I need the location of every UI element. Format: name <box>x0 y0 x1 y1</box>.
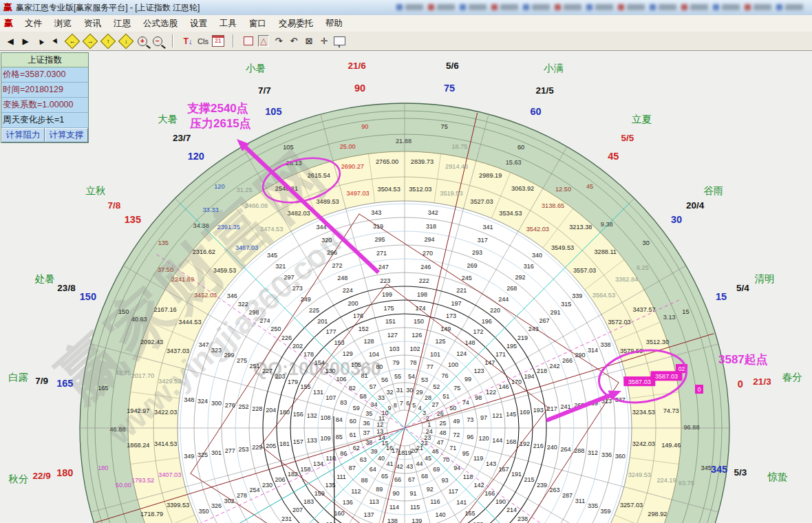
svg-text:120: 120 <box>188 151 204 162</box>
svg-text:277: 277 <box>225 447 235 454</box>
svg-text:194: 194 <box>524 373 535 380</box>
svg-text:3587起点: 3587起点 <box>718 353 768 366</box>
svg-text:3504.53: 3504.53 <box>378 186 400 193</box>
rotate-ccw-icon[interactable]: ↶ <box>287 34 301 48</box>
svg-text:3587.03: 3587.03 <box>655 373 678 380</box>
svg-text:105: 105 <box>351 361 361 368</box>
svg-text:180: 180 <box>279 409 290 416</box>
triangle-tool-icon[interactable]: △ <box>257 34 270 48</box>
calendar-icon[interactable]: 21 <box>211 34 225 48</box>
svg-text:38: 38 <box>365 439 372 446</box>
menu-item-1[interactable]: 浏览 <box>48 18 78 30</box>
svg-text:143: 143 <box>486 460 496 467</box>
svg-text:77: 77 <box>427 363 434 370</box>
rotate-cw-icon[interactable]: ↷ <box>272 34 286 48</box>
menu-item-3[interactable]: 江恩 <box>107 18 137 30</box>
svg-text:127: 127 <box>387 332 398 339</box>
svg-text:33.33: 33.33 <box>203 206 219 213</box>
svg-text:169: 169 <box>520 409 530 416</box>
board-icon[interactable] <box>332 34 346 48</box>
svg-text:88: 88 <box>361 477 368 484</box>
svg-text:251: 251 <box>249 363 259 370</box>
menu-item-9[interactable]: 帮助 <box>319 18 349 30</box>
svg-text:47: 47 <box>437 439 444 446</box>
menu-item-6[interactable]: 工具 <box>213 18 243 30</box>
svg-text:21/5: 21/5 <box>535 85 554 96</box>
svg-text:296: 296 <box>327 249 337 256</box>
svg-text:348: 348 <box>184 396 194 403</box>
menu-item-5[interactable]: 设置 <box>184 18 213 30</box>
svg-text:44: 44 <box>416 460 423 467</box>
zoom-out-icon[interactable]: − <box>151 34 164 48</box>
svg-text:24: 24 <box>426 428 433 435</box>
cls-button[interactable]: Cls <box>196 34 210 48</box>
svg-text:102: 102 <box>410 345 420 352</box>
menu-item-8[interactable]: 交易委托 <box>273 18 319 30</box>
svg-text:3429.53: 3429.53 <box>158 378 181 385</box>
forward-icon[interactable]: ▶ <box>19 34 32 48</box>
separator-2 <box>226 34 240 48</box>
svg-text:70: 70 <box>442 456 449 463</box>
svg-text:252: 252 <box>238 403 248 410</box>
svg-text:压力2615点: 压力2615点 <box>189 117 251 130</box>
svg-text:3519.53: 3519.53 <box>440 190 462 197</box>
svg-text:318: 318 <box>426 223 436 230</box>
zoom-in-icon[interactable]: + <box>136 34 149 48</box>
pointer-up-icon[interactable]: ▲ <box>34 34 47 48</box>
close-box-icon[interactable]: ⊠ <box>302 34 316 48</box>
svg-text:314: 314 <box>588 347 598 354</box>
svg-text:3527.03: 3527.03 <box>470 198 493 205</box>
square-tool-icon[interactable] <box>242 34 255 48</box>
svg-text:201: 201 <box>317 318 328 325</box>
svg-text:3564.53: 3564.53 <box>592 292 615 299</box>
menu-item-0[interactable]: 文件 <box>19 18 48 30</box>
svg-text:支撑2540点: 支撑2540点 <box>186 102 248 115</box>
svg-text:111: 111 <box>336 473 346 480</box>
svg-text:76: 76 <box>441 372 448 379</box>
calc-support-button[interactable]: 计算支撑 <box>45 128 88 142</box>
svg-text:192: 192 <box>520 440 530 447</box>
svg-text:107: 107 <box>325 394 336 401</box>
svg-text:45: 45 <box>425 455 431 462</box>
menu-item-7[interactable]: 窗口 <box>243 18 273 30</box>
svg-text:142: 142 <box>473 482 484 489</box>
pan-left-icon[interactable]: ← <box>64 34 81 48</box>
svg-text:2765.00: 2765.00 <box>376 158 398 165</box>
pointer-down-icon[interactable]: ▼ <box>49 34 63 48</box>
menu-item-2[interactable]: 资讯 <box>78 18 107 30</box>
pan-up-icon[interactable]: ↑ <box>100 34 116 48</box>
gann-wheel[interactable]: 赢家财富网www.yingjia360.comQQ:10080036012345… <box>0 0 812 523</box>
svg-text:32: 32 <box>387 389 394 396</box>
svg-text:52: 52 <box>433 383 440 390</box>
svg-text:343: 343 <box>371 209 381 216</box>
svg-text:立夏: 立夏 <box>632 114 652 125</box>
svg-text:336: 336 <box>601 451 612 458</box>
svg-text:230: 230 <box>262 482 273 489</box>
pan-right-icon[interactable]: → <box>82 34 98 48</box>
svg-text:268: 268 <box>506 285 517 292</box>
svg-text:3063.92: 3063.92 <box>511 185 534 192</box>
pan-down-icon[interactable]: ↓ <box>118 34 134 48</box>
svg-text:3: 3 <box>423 409 426 416</box>
svg-text:21/6: 21/6 <box>348 61 366 71</box>
svg-text:3542.03: 3542.03 <box>526 226 549 233</box>
svg-text:2: 2 <box>426 415 429 422</box>
calc-resistance-button[interactable]: 计算阻力 <box>1 128 45 142</box>
svg-text:小满: 小满 <box>544 63 564 74</box>
axis-marker-icon[interactable]: T↓ <box>181 34 195 48</box>
svg-text:218: 218 <box>537 367 547 374</box>
svg-text:238: 238 <box>517 515 528 522</box>
svg-text:谷雨: 谷雨 <box>704 185 724 196</box>
svg-text:290: 290 <box>575 352 585 359</box>
svg-text:50.00: 50.00 <box>116 482 131 489</box>
svg-text:50: 50 <box>449 405 456 412</box>
svg-text:133: 133 <box>307 437 317 444</box>
center-view-icon[interactable]: ✛ <box>317 34 331 48</box>
menu-item-4[interactable]: 公式选股 <box>137 18 184 30</box>
back-icon[interactable]: ◀ <box>3 34 17 48</box>
svg-text:3257.03: 3257.03 <box>620 502 643 509</box>
svg-text:82: 82 <box>349 385 356 392</box>
svg-text:89: 89 <box>376 486 383 493</box>
svg-text:152: 152 <box>359 325 369 332</box>
svg-text:101: 101 <box>430 351 440 358</box>
